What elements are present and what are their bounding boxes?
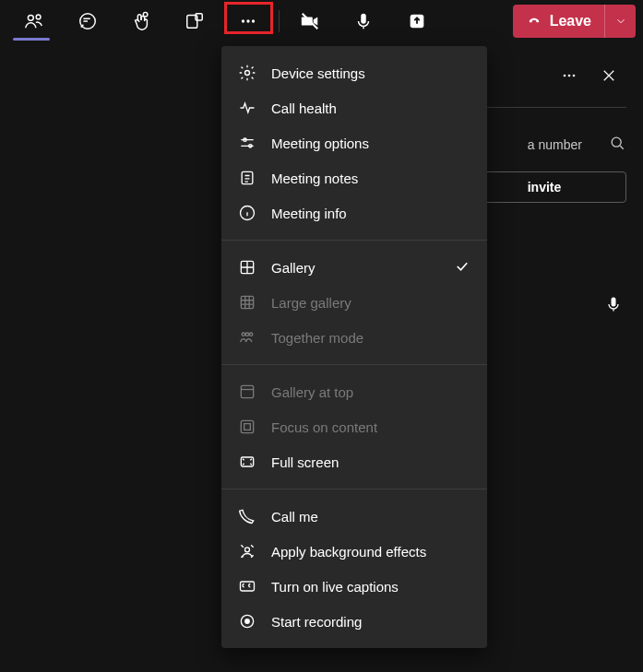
rooms-button[interactable] xyxy=(168,0,221,42)
more-actions-menu: Device settings Call health Meeting opti… xyxy=(221,46,487,648)
mic-toggle-button[interactable] xyxy=(337,0,390,42)
menu-item-label: Focus on content xyxy=(271,419,377,435)
focus-icon xyxy=(238,418,256,436)
menu-item-label: Large gallery xyxy=(271,295,351,311)
menu-item-label: Call health xyxy=(271,100,337,116)
grid-2x2-icon xyxy=(238,258,256,277)
menu-item-label: Turn on live captions xyxy=(271,579,399,595)
svg-point-33 xyxy=(244,619,250,624)
menu-item-label: Apply background effects xyxy=(271,544,426,560)
menu-item-label: Meeting options xyxy=(271,136,369,151)
participants-button[interactable] xyxy=(7,0,61,42)
more-actions-highlight xyxy=(224,2,273,34)
chat-button[interactable] xyxy=(61,0,114,42)
menu-item-live-captions[interactable]: Turn on live captions xyxy=(221,569,487,604)
background-effects-icon xyxy=(238,542,256,560)
toolbar-divider xyxy=(279,10,280,32)
panel-more-icon[interactable] xyxy=(560,66,578,88)
svg-point-25 xyxy=(245,333,248,336)
search-placeholder: a number xyxy=(528,137,582,152)
menu-section-tools: Call me Apply background effects Turn on… xyxy=(221,489,487,648)
search-icon[interactable] xyxy=(608,134,626,155)
notes-icon xyxy=(238,169,256,187)
pulse-icon xyxy=(238,99,256,117)
menu-item-label: Device settings xyxy=(271,65,365,81)
menu-item-start-recording[interactable]: Start recording xyxy=(221,604,487,639)
menu-section-layout: Gallery Large gallery Together mode xyxy=(221,241,487,364)
gear-icon xyxy=(238,64,256,82)
svg-rect-28 xyxy=(241,420,253,432)
menu-item-gallery[interactable]: Gallery xyxy=(221,250,487,285)
svg-rect-10 xyxy=(361,14,366,24)
invite-label: invite xyxy=(528,180,562,195)
menu-item-label: Full screen xyxy=(271,454,339,470)
svg-point-14 xyxy=(573,75,576,77)
grid-3x3-icon xyxy=(238,293,256,312)
menu-item-label: Gallery xyxy=(271,260,316,276)
menu-item-meeting-options[interactable]: Meeting options xyxy=(221,125,487,160)
captions-icon xyxy=(238,577,256,595)
menu-item-meeting-notes[interactable]: Meeting notes xyxy=(221,160,487,195)
menu-item-gallery-at-top: Gallery at top xyxy=(221,374,487,409)
leave-label: Leave xyxy=(550,13,591,29)
svg-point-24 xyxy=(242,333,244,336)
svg-point-17 xyxy=(245,71,250,76)
menu-item-call-health[interactable]: Call health xyxy=(221,90,487,125)
record-icon xyxy=(238,612,256,631)
menu-item-device-settings[interactable]: Device settings xyxy=(221,55,487,90)
share-button[interactable] xyxy=(390,0,444,42)
together-icon xyxy=(238,328,256,347)
menu-item-label: Together mode xyxy=(271,330,363,346)
participant-mic-icon xyxy=(604,295,623,317)
menu-section-settings: Device settings Call health Meeting opti… xyxy=(221,46,487,240)
leave-button-group: Leave xyxy=(513,5,636,38)
svg-point-13 xyxy=(568,75,571,77)
sliders-icon xyxy=(238,134,256,152)
svg-point-30 xyxy=(245,548,250,552)
reactions-button[interactable] xyxy=(114,0,168,42)
svg-point-26 xyxy=(250,333,253,336)
menu-item-full-screen[interactable]: Full screen xyxy=(221,444,487,479)
info-icon xyxy=(238,204,256,222)
menu-item-call-me[interactable]: Call me xyxy=(221,499,487,534)
svg-point-0 xyxy=(28,15,33,20)
svg-point-15 xyxy=(612,137,621,147)
menu-item-together-mode: Together mode xyxy=(221,320,487,355)
svg-rect-23 xyxy=(241,296,253,308)
top-toolbar: Leave xyxy=(0,0,643,42)
leave-options-button[interactable] xyxy=(604,5,636,38)
menu-item-label: Meeting notes xyxy=(271,171,358,186)
menu-section-view: Gallery at top Focus on content Full scr… xyxy=(221,365,487,489)
svg-point-3 xyxy=(143,12,148,17)
menu-item-focus-content: Focus on content xyxy=(221,409,487,444)
menu-item-large-gallery: Large gallery xyxy=(221,285,487,320)
gallery-top-icon xyxy=(238,383,256,401)
menu-item-label: Gallery at top xyxy=(271,384,353,400)
svg-point-12 xyxy=(564,75,566,77)
svg-point-1 xyxy=(36,15,41,19)
menu-item-label: Call me xyxy=(271,509,318,525)
menu-item-label: Meeting info xyxy=(271,206,347,221)
fullscreen-icon xyxy=(238,453,256,471)
menu-item-meeting-info[interactable]: Meeting info xyxy=(221,195,487,230)
svg-rect-16 xyxy=(612,298,616,307)
active-tab-indicator xyxy=(13,38,50,41)
menu-item-label: Start recording xyxy=(271,614,362,630)
leave-button[interactable]: Leave xyxy=(513,5,604,38)
participants-panel: a number invite xyxy=(462,55,643,203)
phone-icon xyxy=(238,507,256,525)
menu-item-background-effects[interactable]: Apply background effects xyxy=(221,534,487,569)
svg-rect-27 xyxy=(241,385,253,397)
check-icon xyxy=(454,258,470,277)
panel-close-icon[interactable] xyxy=(601,67,617,88)
camera-toggle-button[interactable] xyxy=(283,0,337,42)
